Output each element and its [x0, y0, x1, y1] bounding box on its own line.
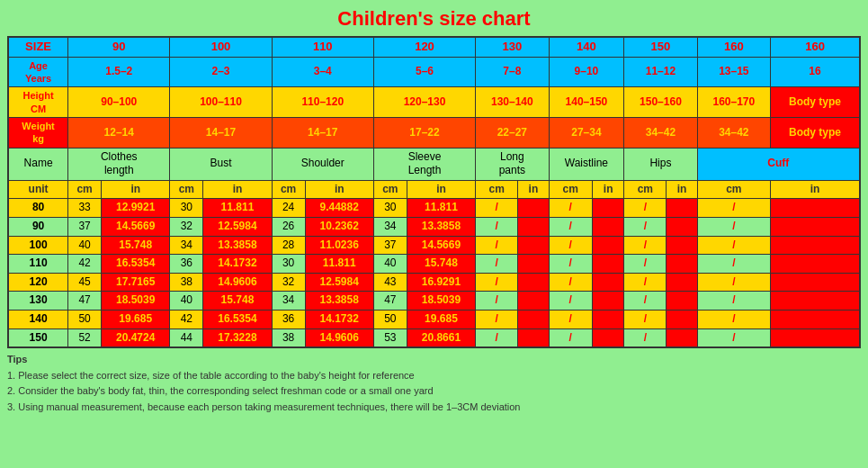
data-cell-6-3: 16.5354	[203, 310, 272, 329]
size-160a: 160	[697, 37, 770, 57]
data-cell-2-9: /	[518, 236, 549, 255]
data-cell-4-14: /	[697, 273, 770, 292]
age-6: 11–12	[624, 57, 697, 87]
data-cell-4-4: 32	[272, 273, 305, 292]
weight-5: 27–34	[549, 118, 624, 148]
data-cell-3-5: 11.811	[305, 255, 373, 274]
data-cell-5-12: /	[624, 292, 667, 310]
data-cell-4-15: /	[771, 273, 860, 292]
height-6: 150–160	[624, 87, 697, 118]
data-cell-7-7: 20.8661	[407, 328, 475, 347]
data-cell-7-10: /	[549, 328, 592, 347]
data-cell-4-5: 12.5984	[305, 273, 373, 292]
age-5: 9–10	[549, 57, 624, 87]
data-cell-1-14: /	[697, 218, 770, 237]
data-cell-0-15: /	[771, 199, 860, 218]
data-cell-3-14: /	[697, 255, 770, 274]
unit-cm-5: cm	[476, 180, 518, 199]
unit-cm-2: cm	[170, 180, 203, 199]
height-1: 100–110	[170, 87, 272, 118]
size-140: 140	[549, 37, 624, 57]
unit-in-1: in	[102, 180, 170, 199]
data-cell-2-13: /	[667, 236, 697, 255]
unit-cm-6: cm	[549, 180, 592, 199]
unit-cm-4: cm	[373, 180, 407, 199]
data-cell-6-5: 14.1732	[305, 310, 373, 329]
size-chart-table: SIZE 90 100 110 120 130 140 150 160 160 …	[7, 36, 861, 348]
data-cell-6-4: 36	[272, 310, 305, 329]
data-cell-0-10: /	[549, 199, 592, 218]
unit-in-4: in	[407, 180, 475, 199]
data-cell-6-15: /	[771, 310, 860, 329]
data-cell-2-5: 11.0236	[305, 236, 373, 255]
height-3: 120–130	[373, 87, 475, 118]
data-cell-5-2: 40	[170, 292, 203, 310]
data-cell-2-8: /	[476, 236, 518, 255]
data-cell-6-14: /	[697, 310, 770, 329]
data-cell-3-9: /	[518, 255, 549, 274]
data-cell-3-7: 15.748	[407, 255, 475, 274]
data-cell-0-14: /	[697, 199, 770, 218]
data-cell-4-6: 43	[373, 273, 407, 292]
data-cell-4-13: /	[667, 273, 697, 292]
data-cell-0-1: 12.9921	[102, 199, 170, 218]
height-2: 110–120	[272, 87, 373, 118]
data-cell-0-2: 30	[170, 199, 203, 218]
weight-label: Weight kg	[8, 118, 68, 148]
tip-2: 2. Consider the baby's body fat, thin, t…	[7, 385, 434, 396]
height-4: 130–140	[476, 87, 549, 118]
data-size-130: 130	[8, 292, 68, 310]
unit-label: unit	[8, 180, 68, 199]
data-size-100: 100	[8, 236, 68, 255]
data-cell-7-8: /	[476, 328, 518, 347]
page-wrapper: Children's size chart SIZE 90 100 110 12…	[0, 0, 868, 423]
data-cell-1-12: /	[624, 218, 667, 237]
data-cell-7-3: 17.3228	[203, 328, 272, 347]
name-label: Name	[8, 148, 68, 180]
size-label: SIZE	[8, 37, 68, 57]
data-cell-6-6: 50	[373, 310, 407, 329]
height-label: Height CM	[8, 87, 68, 118]
unit-in-3: in	[305, 180, 373, 199]
height-5: 140–150	[549, 87, 624, 118]
age-3: 5–6	[373, 57, 475, 87]
data-cell-0-0: 33	[68, 199, 102, 218]
unit-in-5: in	[518, 180, 549, 199]
size-120: 120	[373, 37, 475, 57]
unit-cm-8: cm	[697, 180, 770, 199]
data-cell-3-2: 36	[170, 255, 203, 274]
data-cell-4-0: 45	[68, 273, 102, 292]
data-cell-5-9: /	[518, 292, 549, 310]
data-cell-5-14: /	[697, 292, 770, 310]
data-cell-0-3: 11.811	[203, 199, 272, 218]
data-cell-4-12: /	[624, 273, 667, 292]
size-90: 90	[68, 37, 170, 57]
data-cell-1-11: /	[593, 218, 624, 237]
data-cell-5-0: 47	[68, 292, 102, 310]
data-size-110: 110	[8, 255, 68, 274]
data-cell-1-9: /	[518, 218, 549, 237]
age-label: Age Years	[8, 57, 68, 87]
data-cell-7-2: 44	[170, 328, 203, 347]
data-cell-1-1: 14.5669	[102, 218, 170, 237]
data-cell-3-13: /	[667, 255, 697, 274]
data-cell-5-10: /	[549, 292, 592, 310]
weight-2: 14–17	[272, 118, 373, 148]
data-cell-2-4: 28	[272, 236, 305, 255]
data-cell-2-7: 14.5669	[407, 236, 475, 255]
data-cell-5-6: 47	[373, 292, 407, 310]
data-cell-3-12: /	[624, 255, 667, 274]
size-160b: 160	[771, 37, 860, 57]
data-cell-4-11: /	[593, 273, 624, 292]
tip-3: 3. Using manual measurement, because eac…	[7, 401, 521, 412]
hips-header: Hips	[624, 148, 697, 180]
data-cell-4-2: 38	[170, 273, 203, 292]
unit-in-2: in	[203, 180, 272, 199]
data-cell-0-11: /	[593, 199, 624, 218]
data-cell-1-3: 12.5984	[203, 218, 272, 237]
age-2: 3–4	[272, 57, 373, 87]
data-cell-3-15: /	[771, 255, 860, 274]
data-cell-1-15: /	[771, 218, 860, 237]
data-cell-3-10: /	[549, 255, 592, 274]
data-cell-1-2: 32	[170, 218, 203, 237]
